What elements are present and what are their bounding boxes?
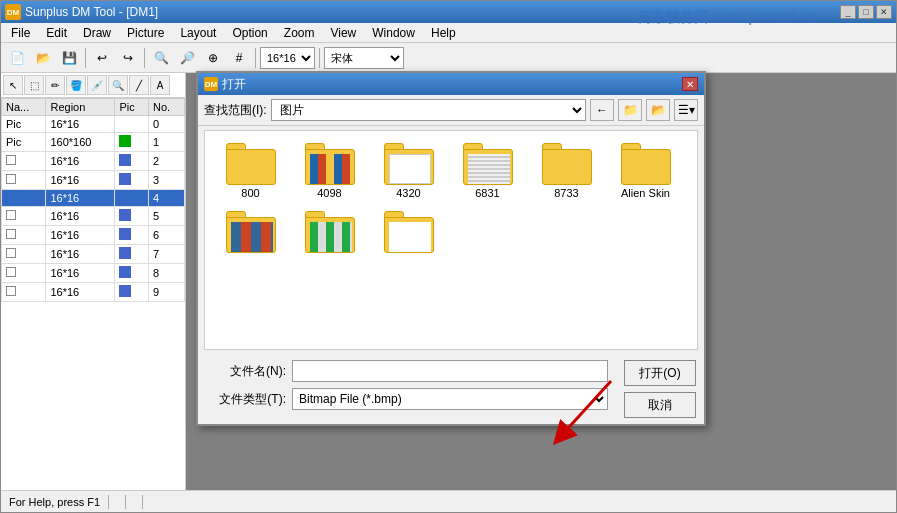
folder-icon <box>384 143 434 185</box>
dialog-overlay: DM 打开 ✕ 查找范围(I): 图片 ← 📁 📂 ☰▾ 80040984320… <box>1 1 896 512</box>
file-item[interactable] <box>213 207 288 259</box>
filename-input[interactable] <box>292 360 608 382</box>
file-item[interactable]: 4098 <box>292 139 367 203</box>
file-label: 4320 <box>396 187 420 199</box>
open-dialog: DM 打开 ✕ 查找范围(I): 图片 ← 📁 📂 ☰▾ 80040984320… <box>196 71 706 426</box>
file-label: Alien Skin <box>621 187 670 199</box>
folder-icon <box>305 211 355 253</box>
dialog-title-bar: DM 打开 ✕ <box>198 73 704 95</box>
file-item[interactable] <box>292 207 367 259</box>
dialog-bottom: 文件名(N): 文件类型(T): Bitmap File (*.bmp) All… <box>198 354 704 424</box>
dialog-close-btn[interactable]: ✕ <box>682 77 698 91</box>
file-label: 4098 <box>317 187 341 199</box>
file-label: 8733 <box>554 187 578 199</box>
file-item[interactable]: 6831 <box>450 139 525 203</box>
open-action-btn[interactable]: 打开(O) <box>624 360 696 386</box>
file-item[interactable]: 4320 <box>371 139 446 203</box>
location-label: 查找范围(I): <box>204 102 267 119</box>
filetype-select[interactable]: Bitmap File (*.bmp) All Files (*.*) <box>292 388 608 410</box>
filename-row: 文件名(N): <box>206 360 608 382</box>
file-item[interactable]: Alien Skin <box>608 139 683 203</box>
main-window: DM Sunplus DM Tool - [DM1] _ □ ✕ 河东软件园 w… <box>0 0 897 513</box>
folder-icon <box>463 143 513 185</box>
filetype-label: 文件类型(T): <box>206 391 286 408</box>
file-label: 800 <box>241 187 259 199</box>
filetype-row: 文件类型(T): Bitmap File (*.bmp) All Files (… <box>206 388 608 410</box>
file-item[interactable] <box>371 207 446 259</box>
nav-create-btn[interactable]: 📂 <box>646 99 670 121</box>
cancel-action-btn[interactable]: 取消 <box>624 392 696 418</box>
dialog-toolbar: 查找范围(I): 图片 ← 📁 📂 ☰▾ <box>198 95 704 126</box>
folder-icon <box>621 143 671 185</box>
dialog-icon: DM <box>204 77 218 91</box>
folder-icon <box>384 211 434 253</box>
view-toggle-btn[interactable]: ☰▾ <box>674 99 698 121</box>
file-label: 6831 <box>475 187 499 199</box>
location-select[interactable]: 图片 <box>271 99 586 121</box>
file-item[interactable]: 800 <box>213 139 288 203</box>
folder-icon <box>542 143 592 185</box>
dialog-buttons: 打开(O) 取消 <box>624 360 696 418</box>
file-item[interactable]: 8733 <box>529 139 604 203</box>
folder-icon <box>226 211 276 253</box>
file-grid: 8004098432068318733Alien Skin <box>204 130 698 350</box>
filename-label: 文件名(N): <box>206 363 286 380</box>
folder-icon <box>305 143 355 185</box>
nav-up-btn[interactable]: 📁 <box>618 99 642 121</box>
dialog-title-text: 打开 <box>222 76 246 93</box>
folder-icon <box>226 143 276 185</box>
nav-back-btn[interactable]: ← <box>590 99 614 121</box>
